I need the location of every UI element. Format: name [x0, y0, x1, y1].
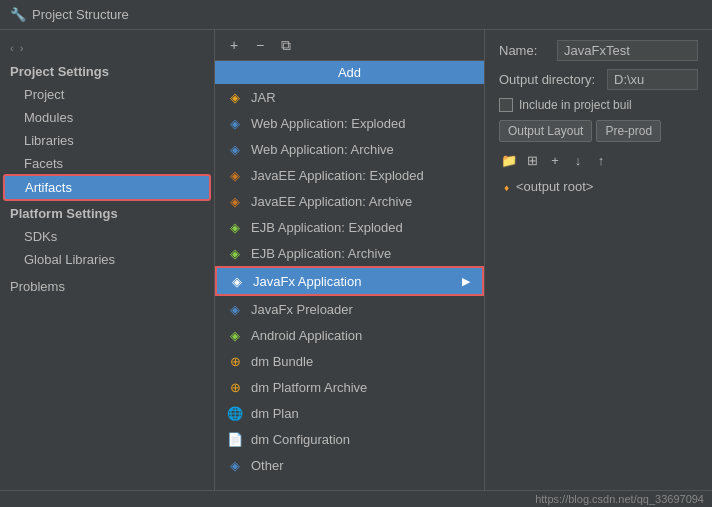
- tree-up-btn[interactable]: ↑: [591, 150, 611, 170]
- dropdown-header: Add: [215, 61, 484, 84]
- jar-icon: ◈: [227, 89, 243, 105]
- android-icon: ◈: [227, 327, 243, 343]
- tabs-row: Output Layout Pre-prod: [499, 120, 698, 142]
- tree-folder-btn[interactable]: 📁: [499, 150, 519, 170]
- dm-plan-icon: 🌐: [227, 405, 243, 421]
- dropdown-item-ejb-exploded[interactable]: ◈ EJB Application: Exploded: [215, 214, 484, 240]
- dropdown-item-dm-platform[interactable]: ⊕ dm Platform Archive: [215, 374, 484, 400]
- output-dir-input[interactable]: [607, 69, 698, 90]
- dropdown-item-javafx-preloader[interactable]: ◈ JavaFx Preloader: [215, 296, 484, 322]
- name-input[interactable]: [557, 40, 698, 61]
- dropdown-item-javafx[interactable]: ◈ JavaFx Application ▶: [215, 266, 484, 296]
- main-layout: ‹ › Project Settings Project Modules Lib…: [0, 30, 712, 507]
- sidebar-item-project[interactable]: Project: [0, 83, 214, 106]
- copy-button[interactable]: ⧉: [275, 34, 297, 56]
- dropdown-item-javaee-exploded[interactable]: ◈ JavaEE Application: Exploded: [215, 162, 484, 188]
- status-url: https://blog.csdn.net/qq_33697094: [535, 493, 704, 505]
- tree-toolbar: 📁 ⊞ + ↓ ↑: [499, 150, 698, 170]
- output-root-icon: ⬧: [503, 180, 510, 194]
- web-exploded-icon: ◈: [227, 115, 243, 131]
- include-label: Include in project buil: [519, 98, 632, 112]
- javafx-icon: ◈: [229, 273, 245, 289]
- dropdown-item-web-archive[interactable]: ◈ Web Application: Archive: [215, 136, 484, 162]
- dm-config-icon: 📄: [227, 431, 243, 447]
- back-button[interactable]: ‹: [10, 42, 14, 54]
- dm-platform-icon: ⊕: [227, 379, 243, 395]
- remove-button[interactable]: −: [249, 34, 271, 56]
- dm-bundle-icon: ⊕: [227, 353, 243, 369]
- ejb-exploded-icon: ◈: [227, 219, 243, 235]
- output-root-label: <output root>: [516, 179, 593, 194]
- web-archive-icon: ◈: [227, 141, 243, 157]
- app-icon: 🔧: [10, 7, 26, 23]
- include-checkbox-row: Include in project buil: [499, 98, 698, 112]
- center-panel: + − ⧉ Add ◈ JAR ◈ Web Application: Explo…: [215, 30, 485, 507]
- javaee-exploded-icon: ◈: [227, 167, 243, 183]
- javafx-preloader-icon: ◈: [227, 301, 243, 317]
- tree-add-btn[interactable]: +: [545, 150, 565, 170]
- sidebar: ‹ › Project Settings Project Modules Lib…: [0, 30, 215, 507]
- add-button[interactable]: +: [223, 34, 245, 56]
- title-text: Project Structure: [32, 7, 129, 22]
- project-settings-section: Project Settings: [0, 58, 214, 83]
- center-toolbar: + − ⧉: [215, 30, 484, 61]
- sidebar-item-libraries[interactable]: Libraries: [0, 129, 214, 152]
- nav-row: ‹ ›: [0, 38, 214, 58]
- output-dir-row: Output directory:: [499, 69, 698, 90]
- dropdown-item-dm-config[interactable]: 📄 dm Configuration: [215, 426, 484, 452]
- right-panel: Name: Output directory: Include in proje…: [485, 30, 712, 507]
- tab-output-layout[interactable]: Output Layout: [499, 120, 592, 142]
- platform-settings-section: Platform Settings: [0, 200, 214, 225]
- tree-item-output-root: ⬧ <output root>: [499, 176, 698, 197]
- sidebar-item-facets[interactable]: Facets: [0, 152, 214, 175]
- tree-table-btn[interactable]: ⊞: [522, 150, 542, 170]
- name-label: Name:: [499, 43, 549, 58]
- output-dir-label: Output directory:: [499, 72, 599, 87]
- sidebar-item-sdks[interactable]: SDKs: [0, 225, 214, 248]
- dropdown-item-ejb-archive[interactable]: ◈ EJB Application: Archive: [215, 240, 484, 266]
- sidebar-item-problems[interactable]: Problems: [0, 271, 214, 298]
- dropdown-item-javaee-archive[interactable]: ◈ JavaEE Application: Archive: [215, 188, 484, 214]
- dropdown-item-android[interactable]: ◈ Android Application: [215, 322, 484, 348]
- status-bar: https://blog.csdn.net/qq_33697094: [0, 490, 712, 507]
- other-icon: ◈: [227, 457, 243, 473]
- dropdown-item-dm-plan[interactable]: 🌐 dm Plan: [215, 400, 484, 426]
- dropdown-item-dm-bundle[interactable]: ⊕ dm Bundle: [215, 348, 484, 374]
- tab-pre-prod[interactable]: Pre-prod: [596, 120, 661, 142]
- dropdown-item-web-exploded[interactable]: ◈ Web Application: Exploded: [215, 110, 484, 136]
- sidebar-item-artifacts[interactable]: Artifacts: [4, 175, 210, 200]
- name-row: Name:: [499, 40, 698, 61]
- center-list: ◈ JAR ◈ Web Application: Exploded ◈ Web …: [215, 84, 484, 507]
- sidebar-item-global-libraries[interactable]: Global Libraries: [0, 248, 214, 271]
- tree-down-btn[interactable]: ↓: [568, 150, 588, 170]
- sidebar-item-modules[interactable]: Modules: [0, 106, 214, 129]
- forward-button[interactable]: ›: [20, 42, 24, 54]
- title-bar: 🔧 Project Structure: [0, 0, 712, 30]
- javaee-archive-icon: ◈: [227, 193, 243, 209]
- submenu-arrow: ▶: [462, 275, 470, 288]
- dropdown-item-other[interactable]: ◈ Other: [215, 452, 484, 478]
- dropdown-item-jar[interactable]: ◈ JAR: [215, 84, 484, 110]
- dropdown-item-javafx-container: ◈ JavaFx Application ▶ Empty From module…: [215, 266, 484, 296]
- include-checkbox[interactable]: [499, 98, 513, 112]
- ejb-archive-icon: ◈: [227, 245, 243, 261]
